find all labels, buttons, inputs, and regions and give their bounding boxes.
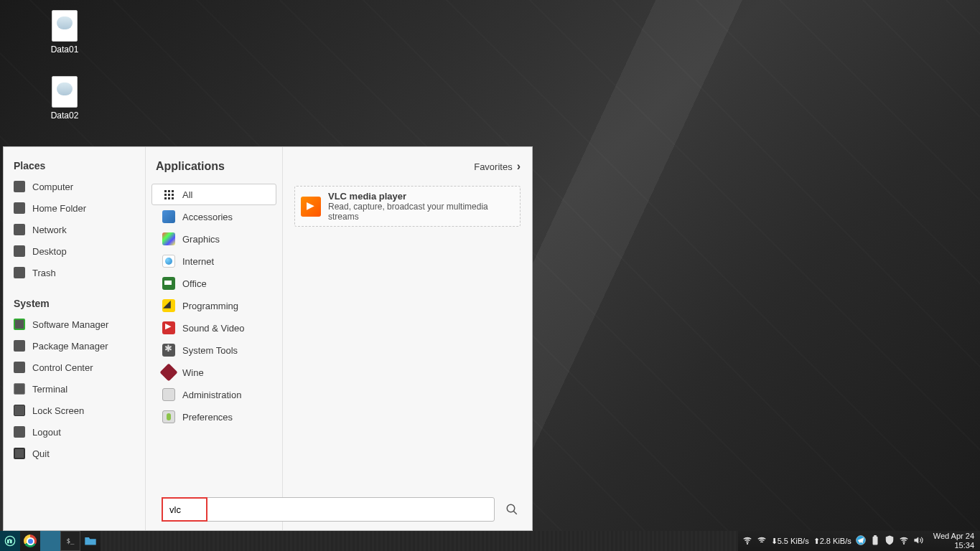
category-label: Internet [182,256,214,267]
system-tray: ⬇5.5 KiB/s ⬆2.8 KiB/s [738,535,928,547]
taskbar-files[interactable] [80,531,101,551]
svg-rect-7 [874,539,877,543]
places-item-network[interactable]: Network [4,219,145,240]
telegram-icon[interactable] [856,535,866,547]
category-sound-video[interactable]: Sound & Video [151,317,276,339]
category-label: Graphics [182,234,220,245]
svg-point-0 [507,504,515,512]
sys-icon [162,344,175,357]
system-item-software-manager[interactable]: Software Manager [4,314,145,335]
app-result-vlc[interactable]: VLC media player Read, capture, broadcas… [294,186,521,227]
category-programming[interactable]: Programming [151,295,276,316]
item-label: Trash [32,268,56,278]
desktop-icon-data01[interactable]: Data01 [39,10,90,55]
vlc-icon [301,197,321,217]
system-item-logout[interactable]: Logout [4,421,145,443]
taskbar-terminal[interactable]: $_ [60,531,80,551]
category-label: Preferences [182,412,233,423]
system-item-terminal[interactable]: Terminal [4,378,145,400]
taskbar-show-desktop[interactable] [40,531,60,551]
start-menu: Places ComputerHome FolderNetworkDesktop… [3,146,533,531]
admin-icon [162,388,175,401]
all-icon [162,188,175,201]
category-accessories[interactable]: Accessories [151,206,276,227]
package-icon [14,340,25,352]
svg-line-1 [513,511,517,514]
system-item-lock-screen[interactable]: Lock Screen [4,400,145,421]
places-item-desktop[interactable]: Desktop [4,240,145,262]
net-up-indicator: ⬆2.8 KiB/s [813,537,851,546]
category-system-tools[interactable]: System Tools [151,339,276,361]
taskbar-window-list[interactable] [101,531,738,551]
applications-heading: Applications [156,160,272,173]
category-internet[interactable]: Internet [151,250,276,272]
trash-icon [14,267,25,278]
taskbar-chrome[interactable] [20,531,40,551]
places-item-home-folder[interactable]: Home Folder [4,197,145,219]
clock-date: Wed Apr 24 [933,532,974,541]
search-icon [505,503,518,516]
category-label: System Tools [182,345,238,356]
snd-icon [162,321,175,334]
item-label: Terminal [32,384,67,395]
wifi-icon[interactable] [742,535,752,547]
desktop-icon-data02[interactable]: Data02 [39,76,90,121]
item-label: Package Manager [32,341,108,352]
volume-icon[interactable] [913,535,923,547]
folder-icon [84,536,97,546]
places-item-computer[interactable]: Computer [4,176,145,197]
favorites-link[interactable]: Favorites › [474,160,521,173]
wine-icon [159,363,177,381]
category-label: Administration [182,390,241,400]
desktop-icon [14,245,25,257]
clock-time: 15:34 [933,541,974,550]
category-label: All [182,189,192,200]
category-graphics[interactable]: Graphics [151,228,276,250]
system-item-quit[interactable]: Quit [4,443,145,464]
wifi-alt-icon[interactable] [757,535,767,547]
menu-left-panel: Places ComputerHome FolderNetworkDesktop… [4,147,146,530]
favorites-label: Favorites [474,161,512,172]
category-label: Wine [182,367,204,378]
search-box [162,497,495,522]
item-label: Logout [32,427,61,438]
app-description: Read, capture, broadcast your multimedia… [328,202,514,222]
item-label: Network [32,225,67,235]
search-button[interactable] [500,497,523,522]
taskbar-clock[interactable]: Wed Apr 24 15:34 [928,532,980,550]
system-item-package-manager[interactable]: Package Manager [4,335,145,357]
battery-icon[interactable] [870,535,880,547]
disk-icon [52,10,78,42]
menu-button[interactable] [0,531,20,551]
desktop-icon-label: Data02 [39,110,90,121]
category-wine[interactable]: Wine [151,362,276,383]
mint-icon [4,535,16,547]
system-item-control-center[interactable]: Control Center [4,357,145,378]
item-label: Quit [32,448,50,459]
network-icon [14,224,25,235]
chevron-right-icon: › [517,160,521,173]
software-icon [14,319,25,330]
desktop-icon-label: Data01 [39,44,90,55]
pref-icon [162,410,175,423]
shield-icon[interactable] [885,535,895,547]
item-label: Control Center [32,362,93,373]
taskbar: $_ ⬇5.5 KiB/s ⬆2.8 KiB/s Wed Apr 24 [0,531,980,551]
category-office[interactable]: Office [151,273,276,294]
off-icon [162,277,175,290]
logout-icon [14,426,25,438]
network-icon[interactable] [899,535,909,547]
app-name: VLC media player [328,191,514,202]
terminal-icon [14,383,25,395]
item-label: Home Folder [32,203,86,214]
category-preferences[interactable]: Preferences [151,406,276,428]
svg-point-3 [747,543,747,544]
places-item-trash[interactable]: Trash [4,262,145,283]
svg-point-8 [903,543,904,544]
gfx-icon [162,232,175,245]
item-label: Computer [32,182,73,192]
category-administration[interactable]: Administration [151,384,276,405]
search-input[interactable] [162,497,495,522]
computer-icon [14,181,25,192]
category-all[interactable]: All [151,184,276,205]
